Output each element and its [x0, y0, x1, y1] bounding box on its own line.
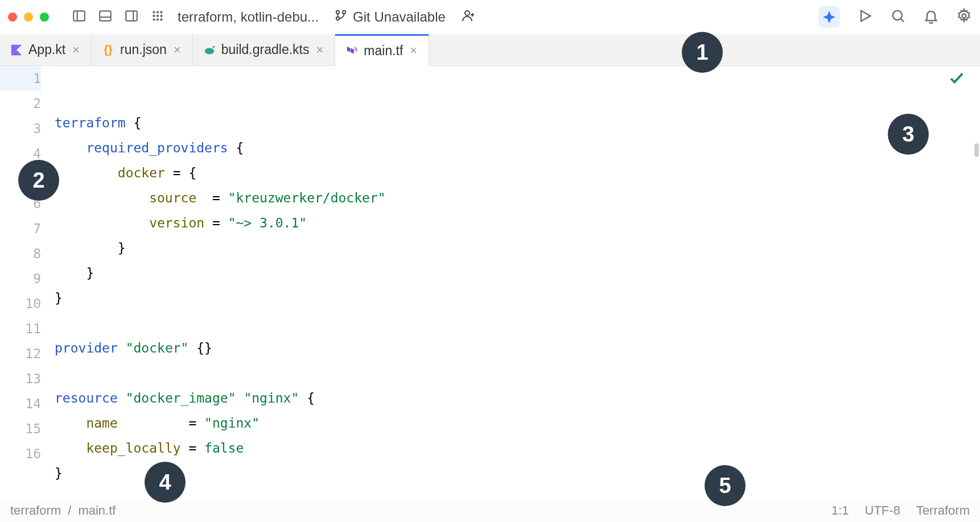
line-number: 8: [0, 241, 41, 266]
status-bar: terraform / main.tf 1:1 UTF-8 Terraform: [0, 499, 980, 522]
scrollbar-marker[interactable]: [974, 143, 979, 157]
svg-point-27: [205, 48, 215, 54]
svg-line-23: [901, 19, 904, 22]
line-number: 2: [0, 91, 41, 116]
svg-point-15: [336, 11, 340, 14]
line-number: 16: [0, 441, 41, 466]
kotlin-icon: [10, 44, 23, 56]
svg-point-6: [153, 11, 155, 13]
line-number: 10: [0, 291, 41, 316]
maximize-window-button[interactable]: [40, 13, 49, 22]
code-line[interactable]: required_providers {: [55, 135, 980, 160]
line-number: 12: [0, 341, 41, 366]
ai-assistant-button[interactable]: [818, 6, 840, 28]
code-line[interactable]: }: [55, 461, 980, 486]
annotation-3: 3: [888, 114, 929, 155]
svg-marker-21: [861, 11, 870, 22]
git-status[interactable]: Git Unavailable: [335, 9, 446, 25]
tab-label: main.tf: [364, 43, 403, 59]
code-line[interactable]: terraform {: [55, 110, 980, 135]
code-line[interactable]: keep_locally = false: [55, 436, 980, 461]
notifications-icon[interactable]: [923, 8, 939, 26]
svg-rect-4: [126, 11, 137, 20]
svg-point-12: [153, 18, 155, 20]
minimize-window-button[interactable]: [24, 13, 33, 22]
tab-bar: App.kt × {} run.json × build.gradle.kts …: [0, 34, 980, 66]
svg-point-14: [160, 18, 162, 20]
annotation-5: 5: [705, 465, 746, 506]
svg-point-9: [153, 15, 155, 17]
code-line[interactable]: docker = {: [55, 160, 980, 185]
breadcrumb-seg: terraform: [10, 503, 61, 518]
breadcrumb[interactable]: terraform / main.tf: [10, 503, 116, 518]
line-number: 13: [0, 366, 41, 391]
gradle-icon: [203, 44, 216, 56]
code-line[interactable]: resource "docker_image" "nginx" {: [55, 386, 980, 411]
svg-point-24: [962, 14, 966, 18]
line-number: 14: [0, 391, 41, 416]
svg-marker-29: [347, 47, 351, 52]
line-number: 3: [0, 116, 41, 141]
editor[interactable]: 12345678910111213141516 terraform { requ…: [0, 66, 980, 499]
apps-grid-icon[interactable]: [150, 9, 165, 26]
tab-label: run.json: [120, 42, 167, 57]
close-icon[interactable]: ×: [409, 43, 418, 58]
bottom-panel-icon[interactable]: [98, 9, 113, 26]
code-line[interactable]: provider "docker" {}: [55, 335, 980, 361]
git-status-label: Git Unavailable: [353, 9, 446, 25]
run-icon[interactable]: [857, 8, 873, 26]
code-area[interactable]: terraform { required_providers { docker …: [55, 66, 980, 499]
settings-icon[interactable]: [956, 8, 972, 26]
terraform-icon: [345, 44, 358, 57]
svg-rect-0: [73, 11, 85, 20]
svg-rect-2: [100, 11, 111, 20]
tab-build-gradle[interactable]: build.gradle.kts ×: [193, 34, 336, 65]
code-line[interactable]: }: [55, 260, 980, 285]
annotation-2: 2: [18, 160, 59, 201]
code-line[interactable]: name = "nginx": [55, 411, 980, 436]
encoding-label[interactable]: UTF-8: [865, 503, 900, 518]
tab-main-tf[interactable]: main.tf ×: [335, 34, 429, 66]
close-icon[interactable]: ×: [71, 43, 81, 57]
tab-label: App.kt: [28, 42, 65, 57]
gutter: 12345678910111213141516: [0, 66, 55, 499]
add-user-icon[interactable]: [462, 9, 475, 26]
svg-point-7: [157, 11, 159, 13]
project-name[interactable]: terraform, kotlin-debu...: [178, 9, 319, 25]
code-line[interactable]: source = "kreuzwerker/docker": [55, 185, 980, 210]
inspection-ok-icon[interactable]: [948, 69, 965, 89]
svg-point-18: [465, 11, 470, 15]
code-line[interactable]: [55, 310, 980, 335]
svg-point-22: [893, 11, 902, 20]
close-window-button[interactable]: [8, 13, 17, 22]
svg-point-16: [343, 11, 346, 14]
line-number: 7: [0, 216, 41, 241]
tab-app-kt[interactable]: App.kt ×: [0, 34, 92, 65]
title-right: [818, 6, 972, 28]
line-number: 15: [0, 416, 41, 441]
tab-run-json[interactable]: {} run.json ×: [92, 34, 193, 65]
svg-point-28: [212, 45, 215, 48]
title-bar: terraform, kotlin-debu... Git Unavailabl…: [0, 0, 980, 34]
caret-position[interactable]: 1:1: [831, 503, 849, 518]
close-icon[interactable]: ×: [315, 43, 324, 57]
left-panel-icon[interactable]: [72, 9, 87, 26]
svg-point-13: [157, 18, 159, 20]
right-panel-icon[interactable]: [124, 9, 139, 26]
language-label[interactable]: Terraform: [916, 503, 970, 518]
code-line[interactable]: version = "~> 3.0.1": [55, 210, 980, 235]
code-line[interactable]: }: [55, 285, 980, 310]
search-icon[interactable]: [890, 8, 906, 26]
svg-point-10: [157, 15, 159, 17]
code-line[interactable]: }: [55, 235, 980, 260]
json-icon: {}: [102, 44, 114, 56]
line-number: 9: [0, 266, 41, 291]
svg-point-17: [336, 17, 340, 20]
annotation-1: 1: [682, 32, 723, 73]
svg-marker-30: [351, 48, 354, 53]
close-icon[interactable]: ×: [172, 43, 182, 57]
line-number: 11: [0, 316, 41, 341]
title-center: terraform, kotlin-debu... Git Unavailabl…: [178, 9, 475, 26]
code-line[interactable]: [55, 361, 980, 386]
panel-toggle-group: [72, 9, 165, 26]
